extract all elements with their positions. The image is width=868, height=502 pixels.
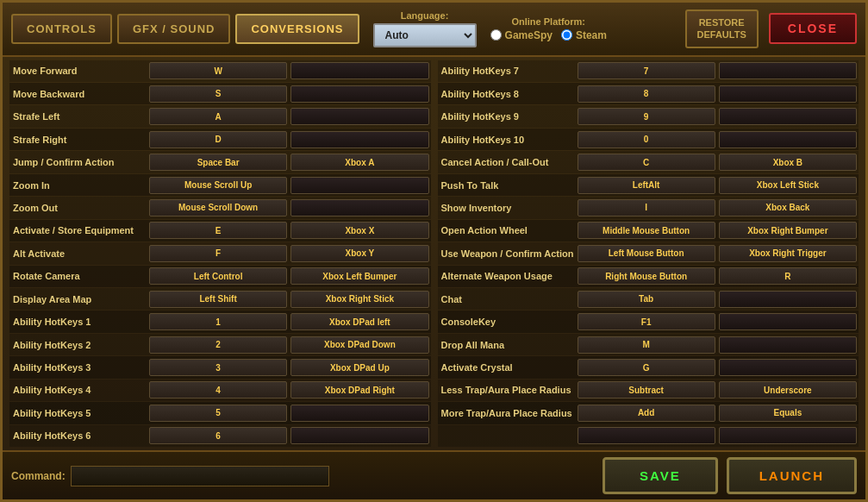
key-cell-secondary[interactable] <box>719 427 857 444</box>
key-cell-primary[interactable]: M <box>578 336 715 354</box>
key-cell-secondary[interactable]: Xbox DPad Up <box>290 359 428 376</box>
tab-gfx-sound[interactable]: GFX / SOUND <box>117 14 231 44</box>
key-cell-primary[interactable]: F1 <box>578 313 715 330</box>
key-cell-primary[interactable]: G <box>578 359 715 376</box>
footer: Command: SAVE LAUNCH <box>3 450 865 499</box>
key-cell-primary[interactable]: 2 <box>149 336 287 354</box>
key-cell-primary[interactable]: W <box>149 62 287 79</box>
key-cell-primary[interactable]: A <box>149 108 287 125</box>
command-label: Command: <box>11 470 66 482</box>
key-cell-secondary[interactable]: Xbox DPad Right <box>290 381 428 398</box>
key-cell-secondary[interactable] <box>719 313 857 330</box>
restore-defaults-button[interactable]: RESTOREDEFAULTS <box>685 9 759 48</box>
action-name: Zoom Out <box>9 203 147 213</box>
key-cell-primary[interactable]: Mouse Scroll Up <box>149 177 287 194</box>
table-row: Activate CrystalG <box>438 356 859 378</box>
platform-steam[interactable]: Steam <box>561 29 607 41</box>
key-cell-primary[interactable]: D <box>149 131 287 148</box>
left-column: Move ForwardWMove BackwardSStrafe LeftAS… <box>9 60 431 447</box>
key-cell-secondary[interactable]: Xbox Right Trigger <box>719 245 857 262</box>
table-row: Ability HotKeys 33Xbox DPad Up <box>9 356 431 378</box>
key-cell-primary[interactable]: Left Mouse Button <box>578 245 715 262</box>
action-name: Alt Activate <box>9 248 147 259</box>
key-cell-secondary[interactable] <box>719 291 857 308</box>
key-cell-primary[interactable]: 5 <box>149 405 287 422</box>
key-cell-secondary[interactable] <box>290 108 428 125</box>
action-name: Show Inventory <box>438 203 576 213</box>
key-cell-secondary[interactable] <box>290 427 428 444</box>
key-cell-primary[interactable]: 7 <box>578 62 715 79</box>
key-cell-secondary[interactable] <box>719 108 857 125</box>
table-row: Use Weapon / Confirm ActionLeft Mouse Bu… <box>438 242 859 264</box>
key-cell-secondary[interactable] <box>290 131 428 148</box>
key-cell-primary[interactable]: 4 <box>149 381 287 398</box>
command-input[interactable] <box>71 466 329 486</box>
close-button[interactable]: CLOSE <box>769 13 857 44</box>
tab-conversions[interactable]: CONVERSIONS <box>235 14 359 44</box>
key-cell-secondary[interactable] <box>719 85 857 103</box>
key-cell-primary[interactable]: Tab <box>578 291 715 308</box>
key-cell-secondary[interactable]: Xbox A <box>290 154 428 171</box>
action-name: Chat <box>438 294 576 304</box>
action-name: Strafe Right <box>9 135 147 145</box>
key-cell-primary[interactable]: 1 <box>149 313 287 330</box>
key-cell-secondary[interactable]: Underscore <box>719 381 857 398</box>
key-cell-primary[interactable]: Left Shift <box>149 291 287 308</box>
key-cell-primary[interactable]: 3 <box>149 359 287 376</box>
key-cell-secondary[interactable]: Equals <box>719 405 857 422</box>
action-name: Ability HotKeys 10 <box>438 135 576 145</box>
key-cell-primary[interactable]: Left Control <box>149 267 287 285</box>
key-cell-secondary[interactable]: Xbox DPad Down <box>290 336 428 354</box>
action-name: Ability HotKeys 2 <box>9 340 147 350</box>
key-cell-primary[interactable]: 9 <box>578 108 715 125</box>
key-cell-primary[interactable]: Add <box>578 405 715 422</box>
key-cell-secondary[interactable] <box>719 131 857 148</box>
key-cell-primary[interactable]: Mouse Scroll Down <box>149 199 287 216</box>
key-cell-primary[interactable]: S <box>149 85 287 103</box>
key-cell-primary[interactable]: 6 <box>149 427 287 444</box>
key-cell-primary[interactable]: 8 <box>578 85 715 103</box>
key-cell-secondary[interactable]: Xbox Right Stick <box>290 291 428 308</box>
key-cell-secondary[interactable]: Xbox X <box>290 222 428 239</box>
key-cell-secondary[interactable] <box>719 359 857 376</box>
key-cell-secondary[interactable]: Xbox DPad left <box>290 313 428 330</box>
key-cell-secondary[interactable]: Xbox Back <box>719 199 857 216</box>
action-name: Strafe Left <box>9 111 147 122</box>
key-cell-secondary[interactable] <box>290 62 428 79</box>
language-select[interactable]: Auto <box>373 23 477 47</box>
save-button[interactable]: SAVE <box>603 457 718 494</box>
action-name: Move Forward <box>9 66 147 76</box>
key-cell-primary[interactable]: F <box>149 245 287 262</box>
key-cell-secondary[interactable] <box>290 85 428 103</box>
key-cell-primary[interactable]: Subtract <box>578 381 715 398</box>
key-cell-secondary[interactable] <box>719 336 857 354</box>
key-cell-primary[interactable]: Space Bar <box>149 154 287 171</box>
table-row: Ability HotKeys 99 <box>438 105 859 127</box>
tab-controls[interactable]: CONTROLS <box>11 14 112 44</box>
key-cell-primary[interactable] <box>578 427 715 444</box>
key-cell-secondary[interactable] <box>290 405 428 422</box>
key-cell-secondary[interactable] <box>290 177 428 194</box>
key-cell-primary[interactable]: Right Mouse Button <box>578 267 715 285</box>
key-cell-secondary[interactable]: R <box>719 267 857 285</box>
key-cell-secondary[interactable] <box>290 199 428 216</box>
key-cell-secondary[interactable]: Xbox Y <box>290 245 428 262</box>
key-cell-secondary[interactable] <box>719 62 857 79</box>
action-name: Alternate Weapon Usage <box>438 271 576 281</box>
launch-button[interactable]: LAUNCH <box>727 457 857 494</box>
key-cell-primary[interactable]: I <box>578 199 715 216</box>
action-name: Ability HotKeys 5 <box>9 408 147 418</box>
key-cell-secondary[interactable]: Xbox Left Bumper <box>290 267 428 285</box>
platform-gamespy-radio[interactable] <box>490 29 502 41</box>
key-cell-primary[interactable]: Middle Mouse Button <box>578 222 715 239</box>
key-cell-primary[interactable]: E <box>149 222 287 239</box>
key-cell-primary[interactable]: C <box>578 154 715 171</box>
key-cell-primary[interactable]: LeftAlt <box>578 177 715 194</box>
key-cell-primary[interactable]: 0 <box>578 131 715 148</box>
main-container: CONTROLS GFX / SOUND CONVERSIONS Languag… <box>0 0 868 502</box>
key-cell-secondary[interactable]: Xbox B <box>719 154 857 171</box>
platform-steam-radio[interactable] <box>561 29 572 41</box>
platform-gamespy[interactable]: GameSpy <box>490 29 553 41</box>
key-cell-secondary[interactable]: Xbox Right Bumper <box>719 222 857 239</box>
key-cell-secondary[interactable]: Xbox Left Stick <box>719 177 857 194</box>
